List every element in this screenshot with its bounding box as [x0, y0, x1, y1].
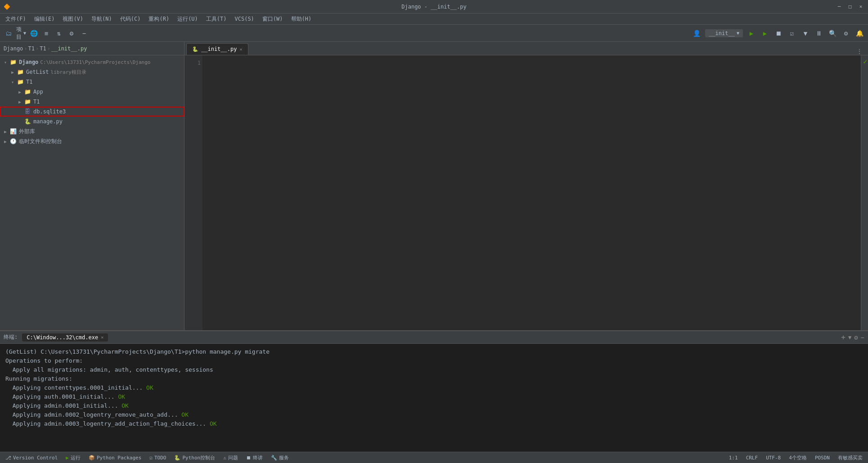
service-btn[interactable]: 🔧 服务 [267, 453, 292, 463]
branch-btn[interactable]: POSDN [811, 453, 833, 463]
terminal-line-1: (GetList) C:\Users\13731\PycharmProjects… [5, 347, 863, 356]
toolbar-pause[interactable]: ⏸ [814, 28, 824, 38]
terminal-dropdown-btn[interactable]: ▼ [848, 334, 851, 341]
todo-icon: ☑ [149, 455, 153, 461]
toolbar-run-btn[interactable]: ▶ [747, 28, 756, 38]
tree-label-getlist: GetList [26, 69, 49, 75]
python-packages-btn[interactable]: 📦 Python Packages [85, 453, 145, 463]
tree-item-app[interactable]: ▶ 📁 App [0, 87, 184, 97]
terminal-settings-btn[interactable]: ⚙ [854, 334, 858, 341]
line-number-1: 1 [186, 59, 201, 67]
toolbar-sort-icon[interactable]: ⇅ [54, 28, 64, 38]
tree-item-django-root[interactable]: ▾ 📁 Django C:\Users\13731\PycharmProject… [0, 57, 184, 67]
terminal-minimize-btn[interactable]: − [861, 334, 864, 341]
menu-edit[interactable]: 编辑(E) [31, 14, 58, 24]
tree-item-t1-inner[interactable]: ▶ 📁 T1 [0, 97, 184, 107]
tab-close-btn[interactable]: ✕ [239, 47, 242, 52]
arrow-getlist: ▶ [9, 70, 16, 75]
arrow-django: ▾ [2, 60, 9, 65]
toolbar-project-icon[interactable]: 🗂 [4, 28, 13, 38]
toolbar: 🗂 项目 ▼ 🌐 ≡ ⇅ ⚙ − 👤 __init__▼ ▶ ▶ ⏹ ☑ ▼ ⏸… [0, 25, 868, 42]
validation-ok-icon: ✓ [861, 55, 868, 67]
more-tabs-icon[interactable]: ⋮ [856, 48, 863, 55]
tree-item-getlist[interactable]: ▶ 📁 GetList library根目录 [0, 67, 184, 77]
breadcrumb-init[interactable]: __init__.py [51, 45, 87, 52]
issue-btn[interactable]: ⚠ 问题 [220, 453, 242, 463]
toolbar-more-run[interactable]: ▼ [801, 28, 810, 38]
end-lecture-label: 终讲 [253, 454, 263, 461]
terminal-line-5: Applying contenttypes.0001_initial... OK [5, 383, 863, 392]
toolbar-settings[interactable]: ⚙ [841, 28, 851, 38]
code-area[interactable] [202, 55, 861, 330]
run-icon: ▶ [66, 455, 69, 461]
terminal-tab-cmd[interactable]: C:\Window...32\cmd.exe ✕ [22, 333, 108, 342]
menu-navigate[interactable]: 导航(N) [88, 14, 116, 24]
issue-icon: ⚠ [223, 455, 226, 461]
notification-label: 有敏感买卖 [838, 454, 863, 461]
breadcrumb-sep2: › [36, 45, 39, 52]
ok-3: OK [121, 402, 129, 409]
toolbar-update[interactable]: 🔔 [855, 28, 864, 38]
end-lecture-icon: ⏹ [246, 455, 251, 461]
menu-view[interactable]: 视图(V) [59, 14, 87, 24]
tab-init-py[interactable]: 🐍 __init__.py ✕ [186, 43, 248, 55]
todo-btn[interactable]: ☑ TODO [146, 453, 170, 463]
toolbar-minus-icon[interactable]: − [79, 28, 89, 38]
position-btn[interactable]: 1:1 [725, 453, 742, 463]
minimize-button[interactable]: ─ [836, 3, 843, 10]
menu-run[interactable]: 运行(U) [174, 14, 202, 24]
toolbar-user-icon[interactable]: 👤 [692, 28, 702, 38]
editor-content: 1 ✓ [184, 55, 868, 330]
menu-refactor[interactable]: 重构(R) [145, 14, 173, 24]
encoding-btn[interactable]: UTF-8 [762, 453, 784, 463]
toolbar-run-stop[interactable]: ⏹ [774, 28, 783, 38]
toolbar-gear-icon[interactable]: ⚙ [67, 28, 76, 38]
menu-code[interactable]: 代码(C) [117, 14, 144, 24]
tree-item-db-sqlite3[interactable]: ▶ 🗄 db.sqlite3 [0, 107, 184, 117]
right-gutter: ✓ [861, 55, 868, 330]
tree-item-t1-outer[interactable]: ▾ 📁 T1 [0, 77, 184, 87]
terminal-content[interactable]: (GetList) C:\Users\13731\PycharmProjects… [0, 344, 868, 452]
editor-area: 1 ✓ [184, 55, 868, 330]
menu-file[interactable]: 文件(F) [2, 14, 30, 24]
breadcrumb-django[interactable]: Django [4, 45, 23, 52]
window-title: Django - __init__.py [401, 4, 467, 10]
toolbar-search[interactable]: 🔍 [828, 28, 837, 38]
terminal-add-btn[interactable]: + [841, 333, 846, 342]
breadcrumb-t1a[interactable]: T1 [28, 45, 35, 52]
tree-detail-getlist: library根目录 [51, 69, 86, 76]
breadcrumb-t1b[interactable]: T1 [40, 45, 46, 52]
tree-item-manage-py[interactable]: ▶ 🐍 manage.py [0, 117, 184, 126]
branch-selector[interactable]: __init__▼ [705, 29, 743, 37]
arrow-temp: ▶ [2, 139, 9, 144]
end-lecture-btn[interactable]: ⏹ 终讲 [243, 453, 266, 463]
status-left: ⎇ Version Control ▶ 运行 📦 Python Packages… [0, 453, 294, 463]
project-label[interactable]: 项目 ▼ [16, 28, 26, 38]
tree-item-temp-files[interactable]: ▶ 🕐 临时文件和控制台 [0, 136, 184, 146]
notification-btn[interactable]: 有敏感买卖 [834, 453, 866, 463]
maximize-button[interactable]: □ [846, 3, 854, 10]
status-right: 1:1 CRLF UTF-8 4个空格 POSDN 有敏感买卖 [724, 453, 868, 463]
ok-5: OK [210, 420, 217, 427]
version-control-btn[interactable]: ⎇ Version Control [2, 453, 61, 463]
line-ending-btn[interactable]: CRLF [742, 453, 762, 463]
indent-btn[interactable]: 4个空格 [785, 453, 810, 463]
tree-item-external-libs[interactable]: ▶ 📊 外部库 [0, 126, 184, 136]
menu-help[interactable]: 帮助(H) [288, 14, 315, 24]
toolbar-run-green[interactable]: ▶ [760, 28, 770, 38]
menu-window[interactable]: 窗口(W) [259, 14, 287, 24]
tree-label-db: db.sqlite3 [33, 108, 66, 115]
editor-tabs: 🐍 __init__.py ✕ ⋮ [184, 42, 868, 55]
menu-vcs[interactable]: VCS(S) [231, 15, 258, 23]
toolbar-list-icon[interactable]: ≡ [41, 28, 51, 38]
run-status-btn[interactable]: ▶ 运行 [62, 453, 84, 463]
terminal-line-6: Applying auth.0001_initial... OK [5, 392, 863, 401]
menu-tools[interactable]: 工具(T) [202, 14, 230, 24]
close-button[interactable]: ✕ [857, 3, 864, 10]
folder-icon-django: 📁 [9, 59, 17, 65]
toolbar-coverage[interactable]: ☑ [787, 28, 797, 38]
todo-label: TODO [154, 455, 166, 461]
terminal-tab-close[interactable]: ✕ [101, 335, 103, 340]
python-console-btn[interactable]: 🐍 Python控制台 [171, 453, 219, 463]
toolbar-globe-icon[interactable]: 🌐 [29, 28, 39, 38]
